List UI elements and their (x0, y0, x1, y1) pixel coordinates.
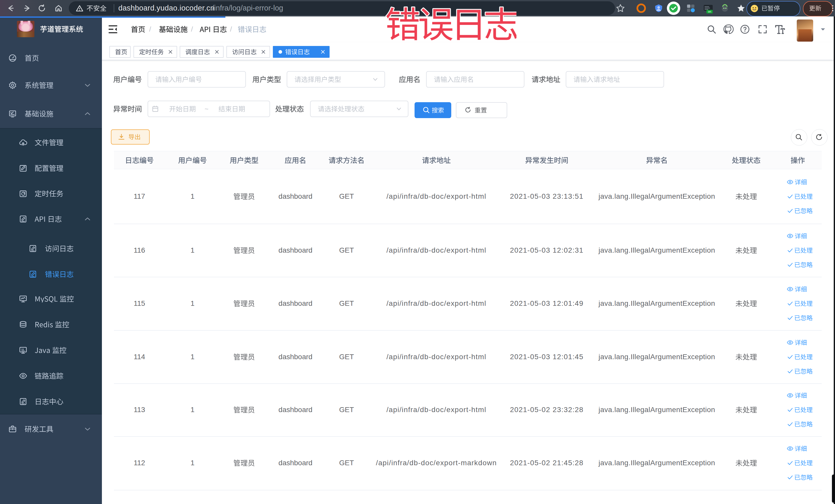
svg-text:on: on (708, 10, 711, 13)
